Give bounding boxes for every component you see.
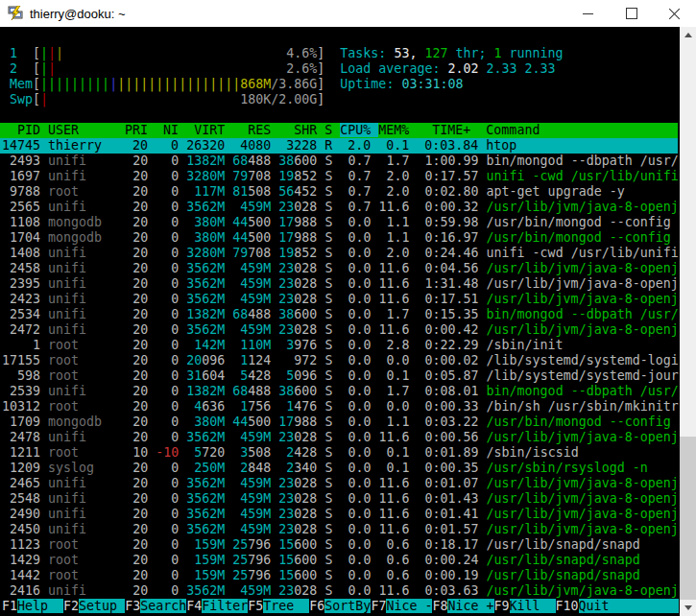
window-title: thierry@dooku: ~ [30,7,126,21]
process-row-2458[interactable]: 2458 unifi 20 0 3562M 459M 23028 S 0.0 1… [0,261,678,276]
arrow-up-icon [684,33,692,37]
process-row-1709[interactable]: 1709 mongodb 20 0 380M 44500 17988 S 0.0… [0,415,678,430]
fkey-F6[interactable]: F6SortBy [309,599,371,613]
process-row-14745[interactable]: 14745 thierry 20 0 26320 4080 3228 R 2.0… [0,138,678,154]
process-row-2539[interactable]: 2539 unifi 20 0 1382M 68488 38600 S 0.0 … [0,384,678,399]
fkey-F4[interactable]: F4Filter [186,599,248,613]
process-row-1[interactable]: 1 root 20 0 142M 110M 3976 S 0.0 2.8 0:2… [0,338,678,353]
fkey-F10[interactable]: F10Quit [556,599,625,613]
meter-mem: Mem[||||||||||||||||||||||||||868M/3.86G… [0,77,678,92]
process-row-598[interactable]: 598 root 20 0 31604 5428 5096 S 0.0 0.1 … [0,368,678,384]
process-row-1697[interactable]: 1697 unifi 20 0 3280M 79708 19852 S 0.7 … [0,169,678,184]
blank-line [0,31,678,46]
process-row-2395[interactable]: 2395 unifi 20 0 3562M 459M 23028 S 0.0 1… [0,276,678,292]
blank-line [0,107,678,123]
process-row-10312[interactable]: 10312 root 20 0 4636 1756 1476 S 0.0 0.0… [0,399,678,415]
process-row-1209[interactable]: 1209 syslog 20 0 250M 2848 2340 S 0.0 0.… [0,461,678,476]
putty-icon [8,6,23,21]
process-row-2493[interactable]: 2493 unifi 20 0 1382M 68488 38600 S 0.7 … [0,154,678,169]
fkey-F3[interactable]: F3Search [125,599,186,613]
arrow-down-icon [684,605,692,610]
scroll-down-button[interactable] [680,600,696,616]
htop-terminal: 1 [||| 4.6%] Tasks: 53, 127 thr; 1 runni… [0,27,680,616]
process-row-1108[interactable]: 1108 mongodb 20 0 380M 44500 17988 S 0.0… [0,215,678,230]
fkey-F9[interactable]: F9Kill [494,599,556,613]
process-row-2565[interactable]: 2565 unifi 20 0 3562M 459M 23028 S 0.7 1… [0,200,678,215]
minimize-icon [583,13,593,14]
fkey-F8[interactable]: F8Nice + [432,599,493,613]
process-row-2490[interactable]: 2490 unifi 20 0 3562M 459M 23028 S 0.0 1… [0,507,678,522]
scrollbar-thumb[interactable] [680,437,696,600]
process-row-2450[interactable]: 2450 unifi 20 0 3562M 459M 23028 S 0.0 1… [0,522,678,537]
process-row-9788[interactable]: 9788 root 20 0 117M 81508 56452 S 0.7 2.… [0,184,678,200]
fkey-F5[interactable]: F5Tree [248,599,309,613]
close-icon [668,8,681,20]
process-row-17155[interactable]: 17155 root 20 0 20096 1124 972 S 0.0 0.0… [0,353,678,368]
process-row-1704[interactable]: 1704 mongodb 20 0 380M 44500 17988 S 0.0… [0,230,678,246]
meter-2: 2 [|| 2.6%] Load average: 2.02 2.33 2.33 [0,61,678,77]
maximize-button[interactable] [610,0,653,27]
scroll-up-button[interactable] [680,27,696,43]
process-row-1408[interactable]: 1408 unifi 20 0 3280M 79708 19852 S 0.0 … [0,246,678,261]
process-row-2548[interactable]: 2548 unifi 20 0 3562M 459M 23028 S 0.0 1… [0,491,678,507]
title-bar[interactable]: thierry@dooku: ~ [0,0,696,27]
process-row-1211[interactable]: 1211 root 10 -10 5720 3508 2428 S 0.0 0.… [0,445,678,461]
process-row-1123[interactable]: 1123 root 20 0 159M 25796 15600 S 0.0 0.… [0,537,678,553]
process-row-2423[interactable]: 2423 unifi 20 0 3562M 459M 23028 S 0.0 1… [0,292,678,307]
process-row-1442[interactable]: 1442 root 20 0 159M 25796 15600 S 0.0 0.… [0,568,678,583]
process-row-2534[interactable]: 2534 unifi 20 0 1382M 68488 38600 S 0.0 … [0,307,678,322]
fkey-F1[interactable]: F1Help [2,599,63,613]
close-button[interactable] [653,0,696,27]
scrollbar[interactable] [680,27,696,616]
table-header[interactable]: PID USER PRI NI VIRT RES SHR S CPU% MEM%… [0,123,678,138]
fkey-F7[interactable]: F7Nice - [371,599,432,613]
process-row-2472[interactable]: 2472 unifi 20 0 3562M 459M 23028 S 0.0 1… [0,322,678,338]
minimize-button[interactable] [566,0,610,27]
process-row-2416[interactable]: 2416 unifi 20 0 3562M 459M 23028 S 0.0 1… [0,583,678,599]
process-row-2478[interactable]: 2478 unifi 20 0 3562M 459M 23028 S 0.0 1… [0,430,678,445]
fkey-F2[interactable]: F2Setup [63,599,125,613]
meter-1: 1 [||| 4.6%] Tasks: 53, 127 thr; 1 runni… [0,46,678,61]
putty-window: thierry@dooku: ~ 1 [||| 4.6%] Tasks: 53,… [0,0,696,616]
meter-swp: Swp[| 180K/2.00G] [0,92,678,107]
process-row-2465[interactable]: 2465 unifi 20 0 3562M 459M 23028 S 0.0 1… [0,476,678,491]
function-key-bar: F1Help F2Setup F3SearchF4FilterF5Tree F6… [0,599,678,614]
maximize-icon [626,8,637,19]
process-row-1429[interactable]: 1429 root 20 0 159M 25796 15600 S 0.0 0.… [0,553,678,568]
